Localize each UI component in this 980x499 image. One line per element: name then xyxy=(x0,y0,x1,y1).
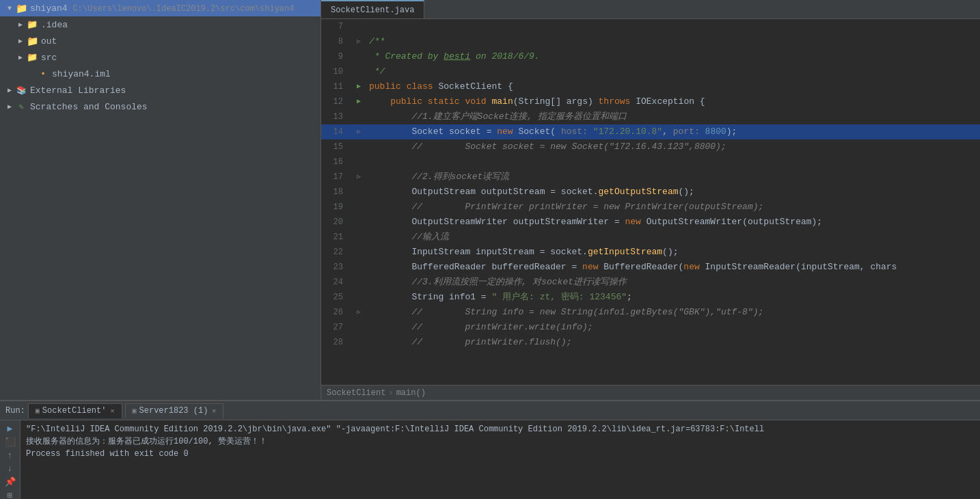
code-line-13: 13 //1.建立客户端Socket连接, 指定服务器位置和端口 xyxy=(321,109,980,124)
line-content-26: // String info = new String(info1.getByt… xyxy=(366,305,980,320)
folder-icon: 📁 xyxy=(15,3,27,14)
code-line-28: 28 // printWriter.flush(); xyxy=(321,335,980,350)
sidebar-out-label: out xyxy=(41,36,57,46)
sidebar-iml-label: shiyan4.iml xyxy=(52,69,111,79)
sidebar-item-root[interactable]: ▼ 📁 shiyan4 C:\Users\lenovo\.IdeaIC2019.… xyxy=(0,0,321,16)
line-content-25: String info1 = " 用户名: zt, 密码: 123456"; xyxy=(366,290,980,305)
breadcrumb-bar: SocketClient › main() xyxy=(321,385,980,400)
code-line-23: 23 BufferedReader bufferedReader = new B… xyxy=(321,260,980,275)
code-line-10: 10 */ xyxy=(321,64,980,79)
editor: SocketClient.java 7 8 ▷ /** 9 * Created … xyxy=(321,0,980,400)
line-num-13: 13 xyxy=(321,109,351,124)
code-line-20: 20 OutputStreamWriter outputStreamWriter… xyxy=(321,215,980,230)
line-gutter-12: ▶ xyxy=(351,94,366,109)
line-content-13: //1.建立客户端Socket连接, 指定服务器位置和端口 xyxy=(366,109,980,124)
run-gutter-icon-12[interactable]: ▶ xyxy=(357,94,361,109)
main-area: ▼ 📁 shiyan4 C:\Users\lenovo\.IdeaIC2019.… xyxy=(0,0,980,400)
console-line-exit: Process finished with exit code 0 xyxy=(26,448,975,460)
editor-tabs: SocketClient.java xyxy=(321,0,980,19)
tab-server1823-label: Server1823 (1) xyxy=(139,406,208,416)
folder-icon: 📁 xyxy=(26,19,38,30)
code-line-25: 25 String info1 = " 用户名: zt, 密码: 123456"… xyxy=(321,290,980,305)
line-content-20: OutputStreamWriter outputStreamWriter = … xyxy=(366,215,980,230)
bottom-tab-socketclient[interactable]: ▣ SocketClient' ✕ xyxy=(28,403,122,418)
editor-tab-socketclient[interactable]: SocketClient.java xyxy=(321,0,424,18)
sidebar-extlibs-label: External Libraries xyxy=(30,85,126,96)
code-line-19: 19 // PrintWriter printWriter = new Prin… xyxy=(321,200,980,215)
sidebar-item-scratches[interactable]: ▶ ✎ Scratches and Consoles xyxy=(0,98,321,115)
tab-server-icon: ▣ xyxy=(133,407,137,415)
arrow-icon: ▶ xyxy=(15,36,26,46)
sidebar: ▼ 📁 shiyan4 C:\Users\lenovo\.IdeaIC2019.… xyxy=(0,0,321,400)
breadcrumb-sep: › xyxy=(388,388,393,398)
line-num-17: 17 xyxy=(321,170,351,185)
bottom-tab-server1823[interactable]: ▣ Server1823 (1) ✕ xyxy=(125,403,224,418)
line-gutter-14: ▷ xyxy=(351,124,366,139)
line-num-15: 15 xyxy=(321,139,351,154)
line-content-18: OutputStream outputStream = socket.getOu… xyxy=(366,185,980,200)
run-button[interactable]: ▶ xyxy=(3,423,18,434)
run-label: Run: xyxy=(5,406,25,416)
tab-console-icon: ▣ xyxy=(36,407,40,415)
code-line-8: 8 ▷ /** xyxy=(321,34,980,49)
pin-button[interactable]: 📌 xyxy=(3,476,18,487)
code-line-14: 14 ▷ Socket socket = new Socket( host: "… xyxy=(321,124,980,139)
arrow-icon: ▶ xyxy=(15,19,26,30)
more-button[interactable]: ⊞ xyxy=(3,490,18,499)
line-num-7: 7 xyxy=(321,19,351,34)
line-num-16: 16 xyxy=(321,154,351,170)
breadcrumb-item-main[interactable]: main() xyxy=(396,388,426,398)
line-num-24: 24 xyxy=(321,275,351,290)
bottom-tabs-bar: Run: ▣ SocketClient' ✕ ▣ Server1823 (1) … xyxy=(0,401,980,420)
line-content-17: //2.得到socket读写流 xyxy=(366,170,980,185)
breadcrumb-item-socketclient[interactable]: SocketClient xyxy=(327,388,385,398)
line-num-14: 14 xyxy=(321,124,351,139)
code-line-12: 12 ▶ public static void main(String[] ar… xyxy=(321,94,980,109)
scroll-down-button[interactable]: ↓ xyxy=(3,463,18,474)
line-content-21: //输入流 xyxy=(366,230,980,245)
line-num-25: 25 xyxy=(321,290,351,305)
line-num-27: 27 xyxy=(321,320,351,335)
code-area[interactable]: 7 8 ▷ /** 9 * Created by besti on 2018/6… xyxy=(321,19,980,385)
code-line-26: 26 ▷ // String info = new String(info1.g… xyxy=(321,305,980,320)
line-gutter-11: ▶ xyxy=(351,79,366,94)
folder-icon: 📁 xyxy=(26,52,38,63)
tab-socketclient-label: SocketClient' xyxy=(42,406,107,416)
line-gutter-8: ▷ xyxy=(351,34,366,49)
sidebar-item-src[interactable]: ▶ 📁 src xyxy=(0,49,321,66)
line-content-9: * Created by besti on 2018/6/9. xyxy=(366,49,980,64)
code-line-18: 18 OutputStream outputStream = socket.ge… xyxy=(321,185,980,200)
line-content-15: // Socket socket = new Socket("172.16.43… xyxy=(366,139,980,154)
line-content-12: public static void main(String[] args) t… xyxy=(366,94,980,109)
scroll-up-button[interactable]: ↑ xyxy=(3,450,18,461)
line-gutter-17: ▷ xyxy=(351,170,366,185)
console-output: "F:\IntelliJ IDEA Community Edition 2019… xyxy=(21,420,980,499)
line-num-10: 10 xyxy=(321,64,351,79)
sidebar-item-idea[interactable]: ▶ 📁 .idea xyxy=(0,16,321,33)
line-num-20: 20 xyxy=(321,215,351,230)
code-line-9: 9 * Created by besti on 2018/6/9. xyxy=(321,49,980,64)
bottom-toolbar: ▶ ⬛ ↑ ↓ 📌 ⊞ xyxy=(0,420,21,499)
folder-orange-icon: 📁 xyxy=(26,36,38,46)
tab-server-close-icon[interactable]: ✕ xyxy=(212,407,216,415)
sidebar-item-extlibs[interactable]: ▶ 📚 External Libraries xyxy=(0,82,321,98)
line-num-22: 22 xyxy=(321,245,351,260)
code-line-15: 15 // Socket socket = new Socket("172.16… xyxy=(321,139,980,154)
sidebar-item-out[interactable]: ▶ 📁 out xyxy=(0,33,321,49)
arrow-placeholder xyxy=(26,68,37,79)
line-content-8: /** xyxy=(366,34,980,49)
sidebar-item-iml[interactable]: ▪ shiyan4.iml xyxy=(0,66,321,82)
run-gutter-icon[interactable]: ▶ xyxy=(357,79,361,94)
line-content-27: // printWriter.write(info); xyxy=(366,320,980,335)
tab-close-icon[interactable]: ✕ xyxy=(110,407,114,415)
line-content-19: // PrintWriter printWriter = new PrintWr… xyxy=(366,200,980,215)
arrow-icon: ▶ xyxy=(4,101,15,112)
line-num-19: 19 xyxy=(321,200,351,215)
scratch-icon: ✎ xyxy=(15,101,27,112)
line-content-10: */ xyxy=(366,64,980,79)
sidebar-root-label: shiyan4 C:\Users\lenovo\.IdeaIC2019.2\sr… xyxy=(30,3,294,14)
line-content-24: //3.利用流按照一定的操作, 对socket进行读写操作 xyxy=(366,275,980,290)
line-num-21: 21 xyxy=(321,230,351,245)
tab-label: SocketClient.java xyxy=(331,5,414,15)
stop-button[interactable]: ⬛ xyxy=(3,437,18,448)
